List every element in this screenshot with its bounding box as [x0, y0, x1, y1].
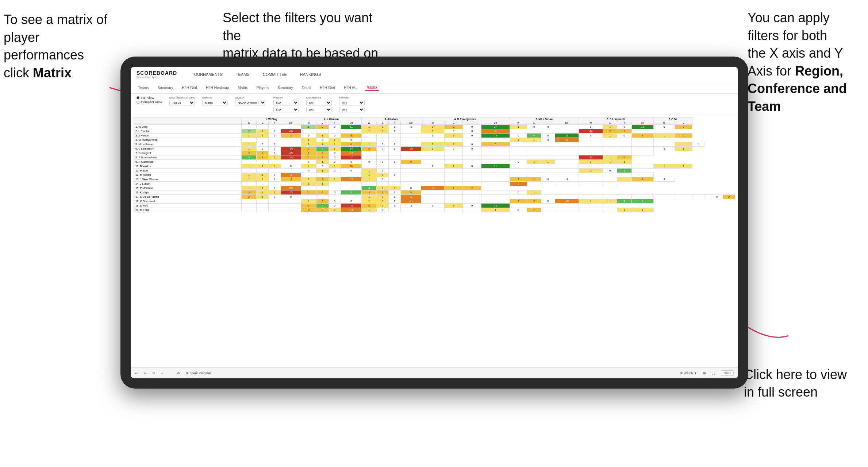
tab-teams[interactable]: Teams — [137, 85, 150, 90]
compact-view-radio[interactable] — [137, 101, 139, 104]
cell-19-16: 0 — [510, 208, 527, 212]
cell-17-18: 0 — [541, 199, 555, 204]
cell-16-27 — [704, 195, 711, 199]
full-view-option[interactable]: Full View — [137, 96, 162, 100]
tab-h2h-heatmap[interactable]: H2H Heatmap — [204, 85, 230, 90]
cell-0-12: 1 — [421, 125, 444, 129]
cell-11-10: 0 — [389, 173, 401, 177]
cell-6-1: 2 — [257, 151, 269, 155]
tab-detail[interactable]: Detail — [300, 85, 313, 90]
cell-17-6: 0 — [329, 199, 341, 204]
cell-16-29: 2 — [723, 195, 735, 199]
share-btn[interactable]: Share — [721, 370, 734, 376]
cell-16-9: 1 — [377, 195, 389, 199]
players-select[interactable]: (All) — [339, 100, 365, 105]
cell-4-8: 1 — [362, 142, 377, 147]
cell-7-5: 2 — [316, 155, 329, 160]
conference-select2[interactable]: (All) — [306, 107, 332, 112]
undo-icon[interactable]: ↩ — [135, 371, 138, 375]
compact-view-option[interactable]: Compact View — [137, 100, 162, 104]
tab-matrix-active[interactable]: Matrix — [365, 85, 379, 91]
view-original-btn[interactable]: 🖥 View: Original — [186, 371, 211, 375]
tab-h2h-h[interactable]: H2H H... — [342, 85, 359, 90]
conference-select[interactable]: (All) — [306, 100, 332, 105]
players-select2[interactable]: (All) — [339, 107, 365, 112]
settings-icon[interactable]: ⚙ — [177, 371, 180, 375]
cell-8-1 — [257, 160, 269, 164]
cell-8-12 — [421, 160, 444, 164]
region-select[interactable]: N/A — [273, 100, 299, 105]
tab-matrix[interactable]: Matrix — [236, 85, 249, 90]
division-select[interactable]: NCAA Division I — [235, 100, 266, 105]
cell-1-18 — [541, 129, 555, 134]
cell-10-22: 4 — [617, 169, 631, 173]
cell-6-8 — [362, 151, 377, 155]
cell-4-1: 0 — [257, 142, 269, 147]
monitor-icon: 🖥 — [186, 371, 189, 375]
cell-8-18: 1 — [541, 160, 555, 164]
cell-0-23: 13 — [631, 125, 653, 129]
cell-0-13: 2 — [444, 125, 463, 129]
cell-3-18: 0 — [541, 138, 555, 142]
cell-16-3: 0 — [281, 195, 301, 199]
tab-players[interactable]: Players — [255, 85, 270, 90]
cell-19-2 — [269, 208, 281, 212]
cell-6-7: -15 — [341, 151, 362, 155]
cell-3-19: -6 — [555, 138, 579, 142]
row-name-16: 17. S De La Fuente — [134, 195, 242, 199]
cell-18-5: 4 — [316, 204, 329, 208]
zoom-in-icon[interactable]: + — [169, 371, 171, 375]
layout-icon[interactable]: ⊞ — [703, 371, 706, 375]
cell-2-7: 2 — [341, 134, 362, 138]
cell-13-19 — [555, 182, 579, 186]
row-name-15: 16. K Vilips — [134, 190, 242, 195]
fullscreen-icon[interactable]: ⛶ — [712, 371, 715, 375]
cell-11-19 — [555, 173, 579, 177]
cell-14-11: 0 — [401, 186, 421, 190]
tab-h2h-grid2[interactable]: H2H Grid — [318, 85, 337, 90]
cell-16-25 — [675, 195, 692, 199]
cell-8-13 — [444, 160, 463, 164]
cell-17-12 — [421, 199, 444, 204]
cell-1-10: 0 — [389, 129, 401, 134]
cell-2-6: 0 — [329, 134, 341, 138]
cell-8-21: 1 — [603, 160, 617, 164]
nav-teams[interactable]: TEAMS — [234, 71, 252, 78]
matrix-area[interactable]: 1. W Ding 2. L Clanton 3. J Koivun 4. M … — [131, 115, 738, 367]
annotation-bottom-right: Click here to view in full screen — [744, 366, 853, 401]
zoom-out-icon[interactable]: − — [161, 371, 163, 375]
nav-committee[interactable]: COMMITTEE — [261, 71, 289, 78]
cell-7-16 — [510, 155, 527, 160]
cell-4-3 — [281, 142, 301, 147]
row-name-4: 5. M La Sasso — [134, 142, 242, 147]
cell-7-15 — [481, 155, 510, 160]
row-name-12: 13. J Skov Olesen — [134, 177, 242, 182]
row-name-10: 11. M Ege — [134, 169, 242, 173]
nav-rankings[interactable]: RANKINGS — [298, 71, 323, 78]
cell-8-15 — [481, 160, 510, 164]
max-players-select[interactable]: Top 25 — [169, 100, 195, 105]
watch-btn[interactable]: 👁 Watch ▼ — [680, 371, 697, 375]
cell-6-0: 2 — [242, 151, 257, 155]
annotation-top-left: To see a matrix of player performances c… — [4, 11, 120, 82]
redo-icon[interactable]: ↪ — [144, 371, 147, 375]
refresh-icon[interactable]: ⟳ — [153, 371, 155, 375]
cell-4-24 — [653, 142, 675, 147]
cell-5-17 — [527, 147, 541, 151]
tab-summary[interactable]: Summary — [156, 85, 174, 90]
gender-select[interactable]: Men's — [202, 100, 228, 105]
cell-4-9: 0 — [377, 142, 389, 147]
region-select2[interactable]: N/A — [273, 107, 299, 112]
cell-9-17 — [527, 164, 541, 169]
tab-summary2[interactable]: Summary — [276, 85, 295, 90]
cell-0-14: 0 — [463, 125, 481, 129]
cell-1-20: -24 — [579, 129, 603, 134]
full-view-radio[interactable] — [137, 96, 139, 99]
cell-8-20: 1 — [579, 160, 603, 164]
cell-4-15: 6 — [481, 142, 510, 147]
cell-10-15 — [481, 169, 510, 173]
tab-h2h-grid[interactable]: H2H Grid — [180, 85, 199, 90]
cell-18-6: 0 — [329, 204, 341, 208]
cell-0-16: 1 — [510, 125, 527, 129]
nav-tournaments[interactable]: TOURNAMENTS — [189, 71, 225, 78]
